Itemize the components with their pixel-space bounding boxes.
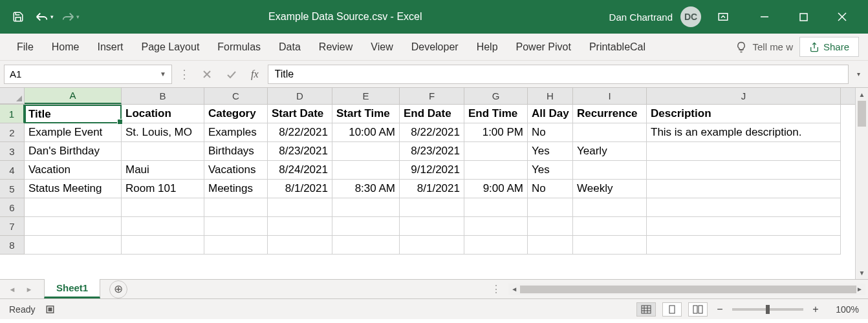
cell-I2[interactable] (573, 123, 647, 142)
cell-D4[interactable]: 8/24/2021 (268, 161, 332, 180)
cell-D8[interactable] (268, 236, 332, 255)
scroll-down-button[interactable]: ▼ (856, 266, 868, 279)
normal-view-button[interactable] (636, 302, 656, 317)
ribbon-tab-power-pivot[interactable]: Power Pivot (508, 36, 579, 58)
cell-J4[interactable] (647, 161, 841, 180)
cell-F7[interactable] (400, 217, 464, 236)
row-header-3[interactable]: 3 (0, 142, 25, 161)
horizontal-scrollbar[interactable]: ◄ ► (508, 284, 865, 295)
cell-F3[interactable]: 8/23/2021 (400, 142, 464, 161)
row-header-7[interactable]: 7 (0, 217, 25, 236)
save-button[interactable] (6, 5, 30, 28)
column-header-B[interactable]: B (122, 88, 204, 104)
column-header-J[interactable]: J (647, 88, 841, 104)
close-button[interactable] (823, 4, 862, 30)
cell-I7[interactable] (573, 217, 647, 236)
cell-I1[interactable]: Recurrence (573, 105, 647, 123)
scroll-track[interactable] (520, 284, 854, 295)
cell-J1[interactable]: Description (647, 105, 841, 123)
cell-I5[interactable]: Weekly (573, 180, 647, 198)
ribbon-tab-home[interactable]: Home (44, 36, 87, 58)
cell-G3[interactable] (464, 142, 528, 161)
cell-E7[interactable] (332, 217, 400, 236)
zoom-thumb[interactable] (766, 305, 770, 314)
cell-I4[interactable] (573, 161, 647, 180)
cell-E4[interactable] (332, 161, 400, 180)
row-header-5[interactable]: 5 (0, 180, 25, 198)
cell-A7[interactable] (25, 217, 122, 236)
cell-B4[interactable]: Maui (122, 161, 204, 180)
page-break-view-button[interactable] (688, 302, 708, 317)
enter-formula-button[interactable] (221, 65, 242, 84)
cell-B2[interactable]: St. Louis, MO (122, 123, 204, 142)
cell-E2[interactable]: 10:00 AM (332, 123, 400, 142)
column-header-A[interactable]: A (25, 88, 122, 104)
ribbon-tab-page-layout[interactable]: Page Layout (133, 36, 207, 58)
maximize-button[interactable] (784, 4, 823, 30)
column-header-D[interactable]: D (268, 88, 332, 104)
cell-H7[interactable] (528, 217, 573, 236)
cell-C5[interactable]: Meetings (204, 180, 268, 198)
cell-F1[interactable]: End Date (400, 105, 464, 123)
cell-C1[interactable]: Category (204, 105, 268, 123)
ribbon-tab-printablecal[interactable]: PrintableCal (581, 36, 653, 58)
cell-C3[interactable]: Birthdays (204, 142, 268, 161)
cell-J7[interactable] (647, 217, 841, 236)
tab-nav-next-button[interactable]: ► (23, 284, 35, 295)
ribbon-tab-insert[interactable]: Insert (89, 36, 131, 58)
cell-D1[interactable]: Start Date (268, 105, 332, 123)
cell-E3[interactable] (332, 142, 400, 161)
zoom-out-button[interactable]: − (714, 304, 726, 315)
cell-D5[interactable]: 8/1/2021 (268, 180, 332, 198)
share-button[interactable]: Share (799, 37, 859, 57)
formula-input[interactable] (275, 68, 841, 80)
ribbon-tab-help[interactable]: Help (469, 36, 506, 58)
cell-C7[interactable] (204, 217, 268, 236)
cell-F5[interactable]: 8/1/2021 (400, 180, 464, 198)
cell-H4[interactable]: Yes (528, 161, 573, 180)
cell-G8[interactable] (464, 236, 528, 255)
cell-F6[interactable] (400, 198, 464, 217)
cell-I8[interactable] (573, 236, 647, 255)
cell-J2[interactable]: This is an example description. (647, 123, 841, 142)
cell-B3[interactable] (122, 142, 204, 161)
row-header-6[interactable]: 6 (0, 198, 25, 217)
zoom-percent-label[interactable]: 100% (828, 304, 859, 315)
scroll-left-button[interactable]: ◄ (508, 286, 520, 293)
cell-G2[interactable]: 1:00 PM (464, 123, 528, 142)
column-header-C[interactable]: C (204, 88, 268, 104)
cell-A6[interactable] (25, 198, 122, 217)
cell-A4[interactable]: Vacation (25, 161, 122, 180)
row-header-2[interactable]: 2 (0, 123, 25, 142)
cell-G1[interactable]: End Time (464, 105, 528, 123)
avatar[interactable]: DC (680, 6, 701, 27)
page-layout-view-button[interactable] (662, 302, 682, 317)
row-header-8[interactable]: 8 (0, 236, 25, 255)
ribbon-tab-view[interactable]: View (363, 36, 400, 58)
ribbon-tab-file[interactable]: File (9, 36, 41, 58)
ribbon-tab-review[interactable]: Review (311, 36, 360, 58)
cell-B8[interactable] (122, 236, 204, 255)
cell-B7[interactable] (122, 217, 204, 236)
select-all-button[interactable] (0, 88, 25, 104)
scroll-thumb[interactable] (858, 101, 866, 127)
cell-G4[interactable] (464, 161, 528, 180)
ribbon-tab-developer[interactable]: Developer (404, 36, 466, 58)
row-header-1[interactable]: 1 (0, 105, 25, 123)
ribbon-tab-formulas[interactable]: Formulas (210, 36, 268, 58)
row-header-4[interactable]: 4 (0, 161, 25, 180)
column-header-I[interactable]: I (573, 88, 647, 104)
expand-formula-bar-button[interactable]: ▾ (852, 70, 864, 78)
cell-A2[interactable]: Example Event (25, 123, 122, 142)
cell-J3[interactable] (647, 142, 841, 161)
chevron-down-icon[interactable]: ▼ (160, 70, 166, 78)
zoom-track[interactable] (732, 308, 803, 311)
cell-F8[interactable] (400, 236, 464, 255)
cell-D6[interactable] (268, 198, 332, 217)
cell-E5[interactable]: 8:30 AM (332, 180, 400, 198)
name-box[interactable]: ▼ (4, 65, 172, 84)
cell-A3[interactable]: Dan's Birthday (25, 142, 122, 161)
cell-H8[interactable] (528, 236, 573, 255)
cell-H3[interactable]: Yes (528, 142, 573, 161)
cell-E1[interactable]: Start Time (332, 105, 400, 123)
